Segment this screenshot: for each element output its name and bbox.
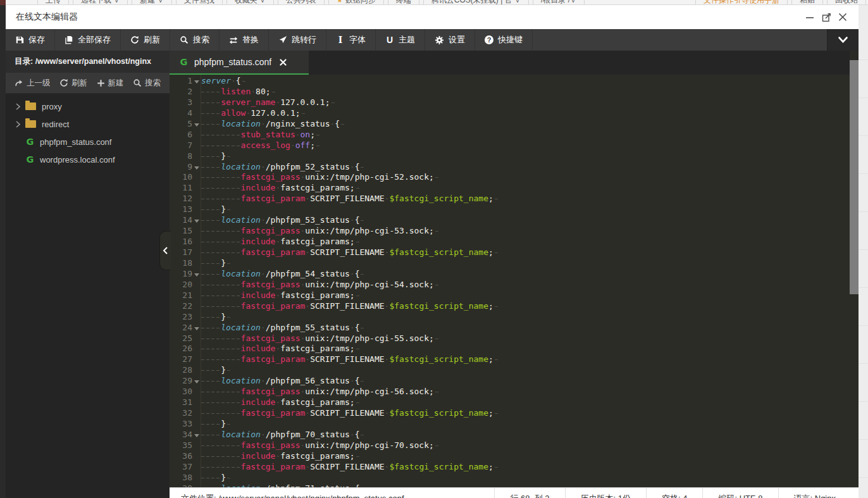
font-icon: I bbox=[336, 35, 345, 45]
close-icon[interactable] bbox=[837, 11, 848, 23]
up-level-button[interactable]: 上一级 bbox=[15, 78, 51, 89]
code-line: 11include·fastcgi_params; bbox=[170, 183, 859, 194]
search-icon bbox=[133, 78, 142, 87]
tree-file-phpfpm_status.conf[interactable]: Gphpfpm_status.conf bbox=[6, 133, 170, 151]
gutter-spacer bbox=[192, 408, 201, 419]
save-all-button[interactable]: 全部保存 bbox=[55, 29, 121, 51]
fold-arrow-icon[interactable] bbox=[192, 323, 201, 333]
code-line: 19location·/phpfpm_54_status·{ bbox=[170, 269, 859, 280]
fold-arrow-icon[interactable] bbox=[192, 162, 201, 173]
background-toolbar-item: 公共列表 bbox=[278, 0, 325, 5]
new-file-button[interactable]: 新建 bbox=[97, 78, 124, 89]
gutter-spacer bbox=[192, 280, 201, 290]
gutter-spacer bbox=[192, 387, 201, 397]
goto-line-icon bbox=[278, 35, 287, 44]
conf-file-icon: G bbox=[179, 57, 189, 67]
fold-arrow-icon[interactable] bbox=[192, 376, 201, 387]
code-line: 12fastcgi_param·SCRIPT_FILENAME·$fastcgi… bbox=[170, 194, 859, 204]
code-line: 13} bbox=[170, 204, 859, 215]
gutter-spacer bbox=[192, 226, 201, 237]
gutter-spacer bbox=[192, 258, 201, 269]
font-button[interactable]: I字体 bbox=[326, 29, 376, 51]
settings-button[interactable]: 设置 bbox=[425, 29, 475, 51]
code-line: 36include·fastcgi_params; bbox=[170, 451, 859, 462]
code-line: 25fastcgi_pass·unix:/tmp/php-cgi-55.sock… bbox=[170, 333, 859, 344]
background-toolbar-item: 粘贴 bbox=[791, 0, 823, 5]
online-text-editor-dialog: 在线文本编辑器 保存全部保存刷新搜索替换跳转行I字体U主题设置?快捷键 目录: … bbox=[6, 5, 859, 498]
editor-toolbar: 保存全部保存刷新搜索替换跳转行I字体U主题设置?快捷键 bbox=[6, 29, 859, 51]
fold-arrow-icon[interactable] bbox=[192, 119, 201, 130]
code-line: 15fastcgi_pass·unix:/tmp/php-cgi-53.sock… bbox=[170, 226, 859, 237]
code-line: 3server_name·127.0.0.1; bbox=[170, 97, 859, 108]
scrollbar-thumb[interactable] bbox=[850, 60, 859, 294]
refresh-tree-button[interactable]: 刷新 bbox=[59, 78, 87, 89]
save-icon bbox=[15, 35, 24, 44]
fold-arrow-icon[interactable] bbox=[192, 430, 201, 440]
background-page-corner bbox=[0, 0, 6, 5]
tree-folder-proxy[interactable]: proxy bbox=[6, 97, 170, 115]
tab-close-icon[interactable] bbox=[280, 59, 287, 66]
code-line: 35fastcgi_pass·unix:/tmp/php-cgi-70.sock… bbox=[170, 440, 859, 451]
code-line: 29location·/phpfpm_56_status·{ bbox=[170, 376, 859, 387]
background-toolbar-item: 文件操作引导使用手册 bbox=[695, 0, 788, 5]
code-line: 34location·/phpfpm_70_status·{ bbox=[170, 430, 859, 440]
tree-folder-redirect[interactable]: redirect bbox=[6, 115, 170, 133]
window-controls bbox=[804, 11, 848, 23]
tab-label: phpfpm_status.conf bbox=[194, 57, 271, 67]
theme-button[interactable]: U主题 bbox=[376, 29, 425, 51]
code-line: 9location·/phpfpm_52_status·{ bbox=[170, 162, 859, 173]
code-line: 2listen·80; bbox=[170, 87, 859, 97]
status-segment: 语言: Nginx bbox=[778, 488, 851, 498]
status-file-location: 文件位置: /www/server/panel/vhost/nginx/phpf… bbox=[181, 493, 494, 498]
code-line: 38} bbox=[170, 473, 859, 483]
code-line: 14location·/phpfpm_53_status·{ bbox=[170, 215, 859, 226]
chevron-right-icon[interactable] bbox=[16, 103, 25, 110]
code-line: 18} bbox=[170, 258, 859, 269]
gutter-spacer bbox=[192, 204, 201, 215]
sidebar-collapse-handle[interactable] bbox=[159, 231, 171, 270]
code-line: 23} bbox=[170, 312, 859, 323]
gutter-spacer bbox=[192, 344, 201, 354]
maximize-icon[interactable] bbox=[821, 11, 832, 23]
tree-file-wordpress.local.conf[interactable]: Gwordpress.local.conf bbox=[6, 151, 170, 168]
replace-button[interactable]: 替换 bbox=[220, 29, 269, 51]
code-editor[interactable]: 1server·{2listen·80;3server_name·127.0.0… bbox=[170, 75, 859, 498]
gutter-spacer bbox=[192, 312, 201, 323]
fold-arrow-icon[interactable] bbox=[192, 76, 201, 87]
save-all-icon bbox=[65, 35, 73, 44]
code-line: 37fastcgi_param·SCRIPT_FILENAME·$fastcgi… bbox=[170, 462, 859, 473]
fold-arrow-icon[interactable] bbox=[192, 269, 201, 280]
refresh-button[interactable]: 刷新 bbox=[121, 29, 170, 51]
gutter-spacer bbox=[192, 172, 201, 183]
fold-arrow-icon[interactable] bbox=[192, 215, 201, 226]
search-button[interactable]: 搜索 bbox=[170, 29, 220, 51]
save-button[interactable]: 保存 bbox=[6, 29, 55, 51]
gutter-spacer bbox=[192, 140, 201, 151]
toolbar-expand-button[interactable] bbox=[827, 29, 859, 51]
status-segment: 行 68, 列 2 bbox=[494, 488, 564, 498]
search-tree-button[interactable]: 搜索 bbox=[133, 78, 161, 89]
code-line: 31include·fastcgi_params; bbox=[170, 397, 859, 408]
code-line: 28} bbox=[170, 365, 859, 376]
file-sidebar: 目录: /www/server/panel/vhost/nginx 上一级刷新新… bbox=[6, 51, 170, 498]
gutter-spacer bbox=[192, 365, 201, 376]
hotkeys-button[interactable]: ?快捷键 bbox=[475, 29, 533, 51]
goto-line-button[interactable]: 跳转行 bbox=[269, 29, 326, 51]
background-toolbar-item: 收藏夹 ∨ bbox=[226, 0, 274, 5]
editor-scrollbar[interactable] bbox=[850, 51, 859, 487]
gutter-spacer bbox=[192, 397, 201, 408]
background-file-manager-toolbar: 上传远程下载 ∨新建 ∨文件查找收藏夹 ∨公共列表★数据同步终端腾讯云COS(未… bbox=[0, 0, 868, 5]
refresh-icon bbox=[130, 35, 139, 44]
refresh-icon bbox=[59, 78, 68, 87]
chevron-right-icon[interactable] bbox=[16, 121, 25, 128]
star-icon: ★ bbox=[337, 0, 343, 4]
gutter-spacer bbox=[192, 462, 201, 473]
conf-file-icon: G bbox=[25, 137, 35, 147]
background-toolbar-item: 回收站 bbox=[827, 0, 866, 5]
tab-phpfpm-status-conf[interactable]: G phpfpm_status.conf bbox=[170, 51, 309, 75]
gutter-spacer bbox=[192, 333, 201, 344]
gutter-spacer bbox=[192, 237, 201, 247]
conf-file-icon: G bbox=[25, 154, 35, 165]
minimize-icon[interactable] bbox=[804, 11, 815, 23]
gutter-spacer bbox=[192, 108, 201, 119]
